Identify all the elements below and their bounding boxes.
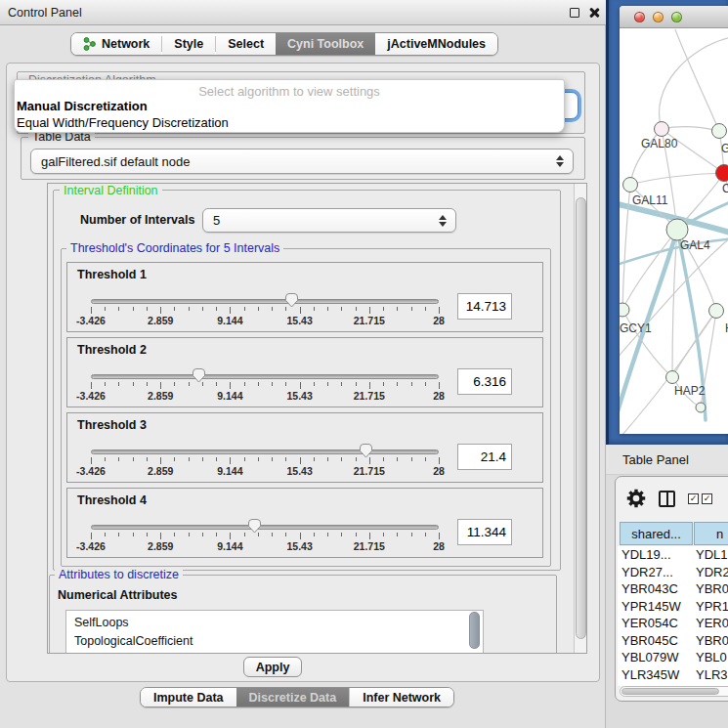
minor-tick bbox=[356, 382, 357, 386]
tick-label: 2.859 bbox=[148, 315, 173, 326]
network-node[interactable] bbox=[696, 403, 706, 412]
minor-tick bbox=[216, 533, 217, 536]
minor-tick bbox=[105, 307, 106, 311]
tab-style[interactable]: Style bbox=[162, 33, 215, 55]
minor-tick bbox=[216, 382, 217, 386]
unselect-all-icon[interactable]: ✓ bbox=[702, 493, 712, 504]
table-row[interactable]: YPR145WYPR1 bbox=[618, 598, 728, 616]
table-row[interactable]: YDR27...YDR2 bbox=[618, 564, 728, 581]
minor-tick bbox=[258, 382, 259, 386]
tick-label: 9.144 bbox=[217, 315, 242, 326]
gear-icon[interactable] bbox=[626, 489, 646, 508]
minor-tick bbox=[105, 382, 106, 386]
network-icon bbox=[83, 37, 96, 51]
table-toolbar: ✓ ✓ bbox=[616, 477, 728, 520]
minor-tick bbox=[425, 533, 426, 536]
tab-jactivemnodules[interactable]: jActiveMNodules bbox=[375, 33, 497, 55]
tab-style-label: Style bbox=[174, 37, 203, 51]
num-intervals-select[interactable]: 5 bbox=[202, 208, 456, 233]
major-tick bbox=[369, 533, 370, 539]
network-window-titlebar[interactable] bbox=[620, 6, 728, 28]
split-view-icon[interactable] bbox=[659, 491, 675, 507]
attributes-list-scrollbar[interactable] bbox=[469, 612, 480, 649]
minor-tick bbox=[202, 457, 203, 461]
minor-tick bbox=[327, 382, 328, 386]
network-node[interactable] bbox=[666, 371, 679, 384]
slider-track[interactable] bbox=[91, 374, 439, 379]
minor-tick bbox=[314, 533, 315, 536]
slider-handle[interactable] bbox=[359, 443, 373, 458]
network-node[interactable] bbox=[716, 165, 728, 182]
network-window[interactable]: GAL80GACGAL11GAL4GCY1HHAP2 bbox=[620, 6, 728, 434]
node-label: GAL80 bbox=[641, 137, 678, 150]
close-panel-icon[interactable] bbox=[588, 7, 600, 19]
tab-discretize-data[interactable]: Discretize Data bbox=[236, 688, 350, 707]
network-node[interactable] bbox=[623, 178, 638, 193]
minor-tick bbox=[341, 307, 342, 311]
zoom-light[interactable] bbox=[671, 12, 682, 22]
network-node[interactable] bbox=[666, 219, 688, 240]
threshold-value-input[interactable]: 14.713 bbox=[457, 293, 512, 320]
slider-handle[interactable] bbox=[284, 292, 299, 308]
close-light[interactable] bbox=[634, 12, 645, 22]
column-header-shared-name[interactable]: shared... bbox=[620, 522, 693, 545]
tab-select[interactable]: Select bbox=[216, 33, 276, 55]
table-row[interactable]: YLR345WYLR3 bbox=[618, 666, 728, 684]
apply-button[interactable]: Apply bbox=[243, 657, 302, 677]
table-row[interactable]: YBR043CYBR0 bbox=[618, 580, 728, 598]
slider-handle[interactable] bbox=[192, 367, 206, 383]
slider-track[interactable] bbox=[91, 299, 439, 304]
horizontal-scrollbar-thumb[interactable] bbox=[621, 688, 719, 695]
minor-tick bbox=[341, 533, 342, 536]
table-row[interactable]: YBR045CYBR0 bbox=[618, 632, 728, 650]
table-data-select[interactable]: galFiltered.sif default node bbox=[30, 149, 574, 174]
algorithm-option-manual[interactable]: Manual Discretization bbox=[15, 98, 564, 114]
slider-track[interactable] bbox=[91, 525, 439, 530]
cell-shared-name: YDR27... bbox=[618, 565, 694, 579]
tick-label: 21.715 bbox=[354, 540, 385, 552]
float-window-icon[interactable] bbox=[570, 8, 579, 18]
table-row[interactable]: YDL19...YDL1 bbox=[618, 546, 728, 564]
minimize-light[interactable] bbox=[653, 12, 664, 22]
list-item[interactable]: SelfLoops bbox=[66, 614, 483, 632]
tick-label: 28 bbox=[433, 390, 445, 402]
network-node[interactable] bbox=[709, 304, 724, 319]
major-tick bbox=[91, 457, 92, 464]
network-node[interactable] bbox=[620, 303, 629, 317]
combo-stepper-icon bbox=[439, 215, 447, 227]
slider-track[interactable] bbox=[91, 450, 439, 454]
network-canvas[interactable]: GAL80GACGAL11GAL4GCY1HHAP2 bbox=[620, 29, 728, 434]
bottom-tab-bar: Impute Data Discretize Data Infer Networ… bbox=[140, 687, 454, 707]
threshold-value-input[interactable]: 11.344 bbox=[457, 519, 512, 545]
tab-infer-network[interactable]: Infer Network bbox=[349, 688, 453, 707]
network-node[interactable] bbox=[655, 122, 669, 137]
tab-impute-data[interactable]: Impute Data bbox=[141, 688, 236, 707]
vertical-scrollbar-thumb[interactable] bbox=[576, 197, 586, 639]
tab-network[interactable]: Network bbox=[71, 33, 161, 55]
network-graph: GAL80GACGAL11GAL4GCY1HHAP2 bbox=[620, 29, 728, 434]
slider-handle[interactable] bbox=[247, 518, 262, 534]
table-row[interactable]: YBL079WYBL0 bbox=[618, 649, 728, 666]
select-all-icon[interactable]: ✓ bbox=[688, 493, 699, 504]
table-row[interactable]: YER054CYER0 bbox=[618, 615, 728, 632]
tick-label: -3.426 bbox=[76, 465, 106, 477]
column-header-name[interactable]: n bbox=[694, 522, 728, 545]
cell-name: YDL1 bbox=[694, 547, 728, 562]
algorithm-option-equal-width[interactable]: Equal Width/Frequency Discretization bbox=[15, 114, 564, 131]
num-intervals-value: 5 bbox=[213, 213, 220, 228]
tab-cyni-toolbox[interactable]: Cyni Toolbox bbox=[276, 33, 375, 55]
minor-tick bbox=[285, 457, 286, 461]
list-item[interactable]: BetweennessCentrality bbox=[66, 650, 483, 654]
major-tick bbox=[230, 533, 231, 539]
threshold-value-input[interactable]: 21.4 bbox=[457, 444, 512, 470]
minor-tick bbox=[244, 382, 245, 386]
numerical-attributes-label: Numerical Attributes bbox=[58, 588, 177, 602]
major-tick bbox=[91, 382, 92, 389]
algorithm-placeholder-item[interactable]: Select algorithm to view settings bbox=[15, 80, 564, 98]
minor-tick bbox=[244, 533, 245, 536]
horizontal-scrollbar-track[interactable] bbox=[620, 686, 728, 697]
list-item[interactable]: TopologicalCoefficient bbox=[66, 632, 483, 651]
screenshot-root: Control Panel Network Style Selec bbox=[0, 0, 728, 728]
network-node[interactable] bbox=[712, 124, 727, 139]
threshold-value-input[interactable]: 6.316 bbox=[457, 368, 512, 395]
